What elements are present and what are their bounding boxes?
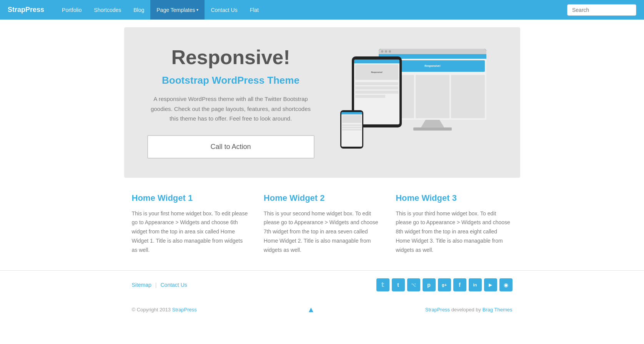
dropdown-caret: ▾: [196, 8, 198, 12]
hero-cta-button[interactable]: Call to Action: [147, 135, 315, 159]
rss-icon[interactable]: ◉: [499, 278, 513, 291]
linkedin-icon[interactable]: in: [469, 278, 482, 291]
youtube-icon[interactable]: ▶: [484, 278, 497, 291]
widget-1-title: Home Widget 1: [132, 193, 248, 203]
phone-device: [340, 110, 363, 149]
hero-subtitle: Bootstrap WordPress Theme: [147, 74, 315, 86]
github-icon[interactable]: ⌥: [407, 278, 420, 291]
widget-3-title: Home Widget 3: [396, 193, 512, 203]
footer: Sitemap | Contact Us 𝕥 t ⌥ p g+ f in ▶ ◉…: [0, 270, 644, 320]
footer-sitemap-link[interactable]: Sitemap: [132, 282, 151, 288]
back-to-top[interactable]: ▲: [307, 305, 315, 314]
hero-image: Responsive! Re: [330, 49, 497, 156]
widget-1: Home Widget 1 This is your first home wi…: [132, 193, 248, 255]
footer-nav: Sitemap | Contact Us: [132, 282, 187, 288]
social-icons: 𝕥 t ⌥ p g+ f in ▶ ◉: [376, 278, 513, 291]
nav-page-templates[interactable]: Page Templates ▾: [150, 0, 205, 20]
widget-2: Home Widget 2 This is your second home w…: [264, 193, 380, 255]
widget-3-text: This is your third home widget box. To e…: [396, 209, 512, 255]
footer-brag-themes-link[interactable]: Brag Themes: [483, 307, 513, 313]
nav-brand[interactable]: StrapPress: [8, 6, 44, 14]
widget-2-title: Home Widget 2: [264, 193, 380, 203]
footer-brand-link[interactable]: StrapPress: [172, 307, 196, 313]
footer-strappress-link[interactable]: StrapPress: [425, 307, 450, 313]
nav-shortcodes[interactable]: Shortcodes: [88, 0, 127, 20]
twitter-icon[interactable]: 𝕥: [376, 278, 389, 291]
nav-search-container: [567, 4, 636, 16]
nav-blog[interactable]: Blog: [127, 0, 150, 20]
footer-bottom: © Copyright 2013 StrapPress ▲ StrapPress…: [124, 299, 520, 320]
hero-description: A responsive WordPress theme with all th…: [147, 94, 315, 124]
footer-copyright: © Copyright 2013 StrapPress: [132, 307, 197, 313]
facebook-icon[interactable]: f: [453, 278, 466, 291]
widget-3: Home Widget 3 This is your third home wi…: [396, 193, 512, 255]
pinterest-icon[interactable]: p: [423, 278, 436, 291]
nav-links: Portfolio Shortcodes Blog Page Templates…: [56, 0, 567, 20]
search-input[interactable]: [567, 4, 636, 16]
hero-title: Responsive!: [147, 46, 315, 68]
main-nav: StrapPress Portfolio Shortcodes Blog Pag…: [0, 0, 644, 20]
device-mockup: Responsive! Re: [340, 49, 486, 156]
google-plus-icon[interactable]: g+: [438, 278, 451, 291]
nav-flat[interactable]: Flat: [244, 0, 265, 20]
widget-2-text: This is your second home widget box. To …: [264, 209, 380, 255]
footer-links: Sitemap | Contact Us 𝕥 t ⌥ p g+ f in ▶ ◉: [124, 278, 520, 299]
nav-portfolio[interactable]: Portfolio: [56, 0, 88, 20]
widget-1-text: This is your first home widget box. To e…: [132, 209, 248, 255]
footer-contact-link[interactable]: Contact Us: [161, 282, 187, 288]
footer-credit: StrapPress developed by Brag Themes: [425, 307, 513, 313]
hero-content: Responsive! Bootstrap WordPress Theme A …: [147, 46, 315, 159]
hero-section: Responsive! Bootstrap WordPress Theme A …: [124, 27, 520, 178]
tumblr-icon[interactable]: t: [392, 278, 405, 291]
footer-separator: |: [155, 282, 157, 288]
widgets-section: Home Widget 1 This is your first home wi…: [124, 193, 520, 255]
nav-contact-us[interactable]: Contact Us: [205, 0, 243, 20]
